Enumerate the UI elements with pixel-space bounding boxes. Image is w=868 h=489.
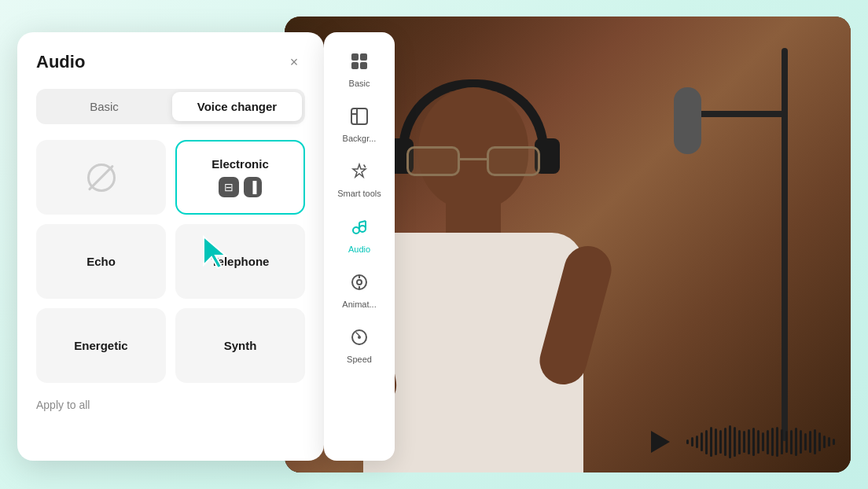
wave-bar: [814, 429, 817, 455]
basic-icon: [351, 53, 368, 75]
sidebar-item-background[interactable]: Backgr...: [330, 100, 388, 152]
wave-bar: [734, 427, 737, 457]
sidebar-speed-label: Speed: [347, 355, 372, 365]
wave-bar: [785, 431, 789, 452]
sidebar-item-audio[interactable]: Audio: [330, 211, 388, 263]
tab-bar: Basic Voice changer: [36, 89, 305, 124]
wave-bar: [691, 437, 694, 446]
svg-rect-1: [351, 53, 359, 61]
wave-bar: [705, 430, 708, 454]
effect-telephone[interactable]: Telephone: [175, 224, 305, 299]
sidebar-basic-label: Basic: [349, 79, 370, 89]
svg-line-19: [356, 333, 359, 336]
svg-point-9: [359, 226, 366, 232]
svg-point-8: [353, 227, 359, 233]
svg-point-14: [357, 280, 362, 285]
wave-bar: [823, 436, 826, 449]
animate-icon: [351, 274, 368, 296]
wave-bar: [800, 430, 803, 453]
sidebar-item-speed[interactable]: Speed: [330, 321, 388, 373]
effects-grid: Electronic ⊟ ▐ Echo Telephone: [36, 140, 305, 383]
wave-bar: [833, 439, 836, 445]
effect-synth[interactable]: Synth: [175, 308, 305, 383]
sidebar-background-label: Backgr...: [343, 134, 377, 144]
audio-icon: [351, 219, 368, 241]
smart-tools-icon: [351, 163, 368, 185]
svg-rect-5: [351, 108, 367, 124]
wave-bar: [757, 430, 760, 453]
wave-bar: [710, 427, 713, 457]
wave-bar: [729, 425, 732, 458]
audio-panel: Audio × Basic Voice changer Electronic ⊟…: [17, 32, 324, 461]
sidebar-audio-label: Audio: [348, 244, 370, 255]
svg-rect-2: [360, 53, 367, 61]
wave-bar: [790, 430, 793, 454]
play-button[interactable]: [642, 425, 675, 458]
wave-bar: [781, 429, 784, 455]
sliders-icon[interactable]: ⊟: [219, 177, 239, 197]
effect-energetic[interactable]: Energetic: [36, 308, 166, 383]
sidebar-item-animate[interactable]: Animat...: [330, 266, 388, 318]
effect-electronic-label: Electronic: [211, 157, 269, 171]
effect-electronic-icons: ⊟ ▐: [219, 177, 263, 197]
right-sidebar: Basic Backgr... Smart tools Audio Animat…: [324, 32, 395, 461]
effect-none[interactable]: [36, 140, 166, 215]
sidebar-animate-label: Animat...: [342, 300, 376, 310]
effect-energetic-label: Energetic: [74, 339, 127, 352]
waveform-icon[interactable]: ▐: [244, 177, 263, 197]
wave-bar: [762, 432, 765, 451]
sidebar-item-smart-tools[interactable]: Smart tools: [330, 155, 388, 207]
svg-rect-3: [351, 62, 359, 69]
speed-icon: [351, 329, 368, 351]
playback-bar: [642, 425, 836, 458]
wave-bar: [818, 432, 822, 451]
main-container: Audio × Basic Voice changer Electronic ⊟…: [17, 17, 851, 472]
svg-rect-4: [360, 62, 367, 69]
wave-bar: [719, 430, 723, 453]
effect-synth-label: Synth: [224, 339, 257, 352]
wave-bar: [752, 428, 756, 456]
wave-bar: [771, 428, 774, 456]
wave-bar: [804, 433, 807, 450]
wave-bar: [748, 429, 751, 455]
wave-bar: [809, 431, 812, 452]
wave-bar: [724, 428, 727, 456]
svg-line-12: [359, 221, 366, 222]
svg-marker-0: [204, 237, 226, 268]
wave-bar: [776, 427, 779, 457]
background-icon: [351, 108, 368, 130]
wave-bar: [767, 430, 770, 454]
effect-electronic[interactable]: Electronic ⊟ ▐: [175, 140, 305, 215]
no-effect-icon: [87, 164, 116, 192]
apply-to-all[interactable]: Apply to all: [36, 399, 305, 411]
panel-title: Audio: [36, 52, 85, 72]
panel-header: Audio ×: [36, 51, 305, 73]
waveform: [686, 425, 836, 458]
tab-basic[interactable]: Basic: [39, 92, 169, 121]
wave-bar: [696, 436, 699, 449]
sidebar-smart-tools-label: Smart tools: [337, 189, 381, 199]
wave-bar: [828, 437, 831, 446]
sidebar-item-basic[interactable]: Basic: [330, 45, 388, 97]
wave-bar: [738, 430, 741, 454]
effect-echo-label: Echo: [86, 255, 116, 268]
close-button[interactable]: ×: [283, 51, 305, 73]
effect-echo[interactable]: Echo: [36, 224, 166, 299]
wave-bar: [715, 428, 718, 456]
wave-bar: [795, 428, 798, 456]
tab-voice-changer[interactable]: Voice changer: [172, 92, 302, 121]
play-icon: [651, 431, 670, 453]
wave-bar: [743, 431, 746, 452]
wave-bar: [686, 439, 690, 444]
wave-bar: [701, 432, 704, 451]
